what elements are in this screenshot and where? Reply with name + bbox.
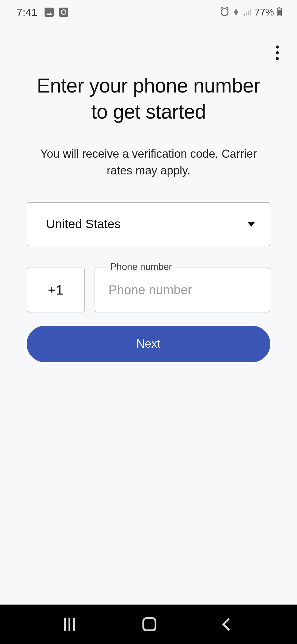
wifi-icon	[232, 9, 241, 15]
alarm-icon	[221, 8, 229, 16]
phone-number-input[interactable]	[95, 268, 270, 312]
phone-field-label: Phone number	[107, 261, 175, 272]
page-subtitle: You will receive a verification code. Ca…	[27, 146, 270, 179]
status-left: 7:41	[17, 6, 68, 18]
page-title: Enter your phone number to get started	[27, 73, 270, 125]
clock-time: 7:41	[17, 6, 37, 18]
phone-form: United States +1 Phone number Next	[27, 202, 270, 362]
recents-button[interactable]	[64, 618, 75, 631]
country-select[interactable]: United States	[27, 202, 270, 246]
camera-notification-icon	[59, 8, 68, 17]
country-select-value: United States	[46, 217, 121, 231]
status-right: 77%	[221, 7, 282, 18]
main-content: Enter your phone number to get started Y…	[0, 73, 297, 362]
status-bar: 7:41 77%	[0, 0, 297, 24]
battery-icon	[277, 8, 282, 16]
system-nav-bar	[0, 605, 297, 644]
phone-row: +1 Phone number	[27, 268, 270, 312]
signal-icon	[244, 9, 252, 15]
phone-field-wrapper: Phone number	[95, 268, 270, 312]
country-code-value: +1	[48, 282, 64, 298]
country-code-box: +1	[27, 268, 85, 312]
image-notification-icon	[45, 8, 54, 17]
back-button[interactable]	[222, 618, 235, 631]
home-button[interactable]	[142, 617, 156, 631]
overflow-menu-button[interactable]	[273, 42, 282, 63]
next-button[interactable]: Next	[27, 326, 270, 362]
chevron-down-icon	[247, 222, 255, 227]
battery-percent: 77%	[255, 7, 274, 18]
